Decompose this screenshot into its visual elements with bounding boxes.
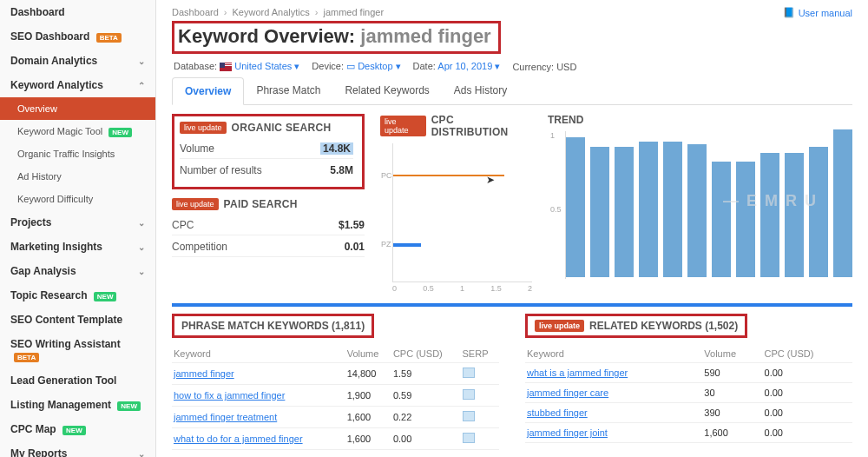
sidebar-item-cpc-map[interactable]: CPC Map NEW (0, 417, 155, 441)
sidebar-item-lead-generation-tool[interactable]: Lead Generation Tool (0, 368, 155, 393)
trend-bar (566, 137, 585, 278)
table-row: jammed finger14,8001.59 (172, 363, 499, 385)
page-title: Keyword Overview: jammed finger (178, 25, 491, 47)
live-update-badge: live update (380, 116, 426, 136)
sidebar-item-seo-writing-assistant[interactable]: SEO Writing Assistant BETA (0, 332, 155, 368)
keyword-link[interactable]: what is a jammed finger (527, 368, 628, 378)
database-dropdown[interactable]: United States ▾ (234, 61, 299, 71)
sidebar-item-organic-traffic-insights[interactable]: Organic Traffic Insights (0, 142, 155, 165)
crumb-current: jammed finger (323, 7, 384, 17)
sidebar-item-gap-analysis[interactable]: Gap Analysis⌄ (0, 259, 155, 283)
table-row: how to fix a jammed finger1,9000.59 (172, 385, 499, 407)
sidebar-item-projects[interactable]: Projects⌄ (0, 210, 155, 235)
sidebar-item-dashboard[interactable]: Dashboard (0, 0, 155, 24)
chevron-icon: ⌃ (138, 81, 145, 90)
sidebar-item-overview[interactable]: Overview (0, 97, 155, 120)
sidebar-item-seo-content-template[interactable]: SEO Content Template (0, 308, 155, 332)
chevron-icon: ⌄ (138, 449, 145, 458)
phrase-match-title: PHRASE MATCH KEYWORDS (1,811) (172, 314, 374, 338)
trend-chart: 1 0.5 — E M R U (565, 131, 852, 279)
main-content: Dashboard› Keyword Analytics› jammed fin… (156, 0, 868, 457)
tab-related-keywords[interactable]: Related Keywords (332, 77, 441, 104)
device-dropdown[interactable]: Desktop ▾ (358, 61, 400, 71)
chevron-icon: ⌄ (138, 218, 145, 228)
trend-bar (809, 147, 828, 277)
date-dropdown[interactable]: Apr 10, 2019 ▾ (437, 61, 500, 71)
paid-title: PAID SEARCH (224, 198, 298, 210)
sidebar-item-my-reports[interactable]: My Reports⌄ (0, 441, 155, 457)
keyword-link[interactable]: what to do for a jammed finger (174, 434, 303, 444)
sidebar: DashboardSEO Dashboard BETADomain Analyt… (0, 0, 156, 457)
tab-ads-history[interactable]: Ads History (442, 77, 519, 104)
desktop-icon: ▭ (346, 61, 355, 71)
cpc-dist-title: CPC DISTRIBUTION (431, 114, 532, 138)
sidebar-item-listing-management[interactable]: Listing Management NEW (0, 393, 155, 417)
serp-icon[interactable] (463, 389, 475, 400)
keyword-link[interactable]: jammed finger joint (527, 427, 608, 438)
book-icon: 📘 (783, 7, 795, 18)
sidebar-item-marketing-insights[interactable]: Marketing Insights⌄ (0, 235, 155, 259)
cpc-orange-line (393, 175, 504, 176)
us-flag-icon (220, 63, 232, 71)
tab-phrase-match[interactable]: Phrase Match (244, 77, 332, 104)
sidebar-item-ad-history[interactable]: Ad History (0, 165, 155, 188)
page-title-highlight: Keyword Overview: jammed finger (172, 21, 501, 54)
table-row: jammed finger treatment1,6000.22 (172, 407, 499, 428)
cpc-blue-bar (393, 243, 421, 247)
trend-bar (687, 144, 707, 277)
chevron-icon: ⌄ (138, 267, 145, 276)
tabs: OverviewPhrase MatchRelated KeywordsAds … (172, 77, 852, 105)
paid-search-panel: live update PAID SEARCH CPC $1.59 Compet… (172, 198, 365, 257)
keyword-link[interactable]: jammed finger treatment (174, 412, 277, 422)
table-row: jammed finger joint1,6000.00 (525, 423, 852, 443)
table-row: jammed finger care300.00 (525, 383, 852, 403)
chevron-icon: ⌄ (138, 242, 145, 252)
keyword-link[interactable]: stubbed finger (527, 407, 588, 418)
chevron-icon: ⌄ (138, 56, 145, 66)
metric-results: Number of results 5.8M (180, 159, 353, 180)
serp-icon[interactable] (463, 368, 475, 378)
sidebar-item-keyword-magic-tool[interactable]: Keyword Magic Tool NEW (0, 120, 155, 142)
trend-bar (712, 162, 731, 277)
related-keywords-panel: live update RELATED KEYWORDS (1,502) Key… (525, 314, 852, 450)
serp-icon[interactable] (463, 433, 475, 443)
watermark: — E M R U (723, 192, 818, 210)
trend-bar (639, 142, 658, 277)
organic-search-panel: live update ORGANIC SEARCH Volume 14.8K … (172, 114, 365, 189)
sidebar-item-keyword-difficulty[interactable]: Keyword Difficulty (0, 188, 155, 210)
trend-bar (663, 142, 682, 277)
related-keywords-table: KeywordVolumeCPC (USD) what is a jammed … (525, 345, 852, 443)
keyword-link[interactable]: jammed finger care (527, 387, 608, 398)
trend-bar (785, 153, 804, 277)
live-update-badge: live update (172, 198, 219, 210)
section-divider (172, 303, 852, 307)
cpc-x-axis: 00.511.52 (392, 284, 532, 293)
trend-title: TREND (548, 114, 852, 126)
trend-bar (736, 162, 755, 277)
keyword-link[interactable]: jammed finger (174, 368, 234, 379)
table-row: what to do for a jammed finger1,6000.00 (172, 428, 499, 450)
trend-bar (590, 147, 609, 277)
phrase-match-table: KeywordVolumeCPC (USD)SERP jammed finger… (172, 345, 499, 450)
sidebar-item-seo-dashboard[interactable]: SEO Dashboard BETA (0, 24, 155, 49)
live-update-badge: live update (535, 320, 584, 332)
live-update-badge: live update (180, 122, 227, 134)
tab-overview[interactable]: Overview (172, 77, 244, 105)
trend-bar (833, 129, 852, 277)
crumb-keyword-analytics[interactable]: Keyword Analytics (233, 7, 310, 17)
keyword-link[interactable]: how to fix a jammed finger (174, 390, 285, 401)
sidebar-item-domain-analytics[interactable]: Domain Analytics⌄ (0, 49, 155, 73)
user-manual-link[interactable]: 📘 User manual (783, 7, 852, 18)
organic-title: ORGANIC SEARCH (232, 122, 332, 134)
metric-cpc: CPC $1.59 (172, 214, 365, 235)
crumb-dashboard[interactable]: Dashboard (172, 7, 219, 17)
sidebar-item-topic-research[interactable]: Topic Research NEW (0, 283, 155, 308)
trend-panel: TREND 1 0.5 — E M R U (548, 114, 852, 293)
breadcrumb: Dashboard› Keyword Analytics› jammed fin… (172, 7, 852, 17)
table-row: what is a jammed finger5900.00 (525, 363, 852, 383)
filters-bar: Database: United States ▾ Device: ▭ Desk… (174, 61, 852, 72)
serp-icon[interactable] (463, 411, 475, 421)
metric-volume: Volume 14.8K (180, 137, 353, 159)
sidebar-item-keyword-analytics[interactable]: Keyword Analytics⌃ (0, 73, 155, 97)
cpc-distribution-panel: live update CPC DISTRIBUTION PC PZ 00.51… (380, 114, 532, 293)
